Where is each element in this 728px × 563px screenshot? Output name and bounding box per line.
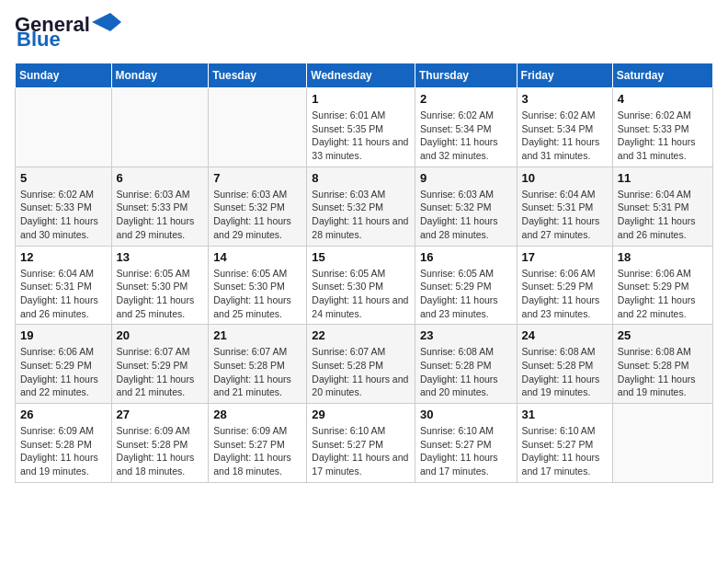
day-info: Sunrise: 6:04 AM <box>618 188 708 201</box>
day-number: 16 <box>420 250 512 264</box>
day-info: Daylight: 11 hours and 20 minutes. <box>420 373 512 399</box>
day-info: Daylight: 11 hours and 23 minutes. <box>522 293 608 320</box>
day-info: Daylight: 11 hours and 31 minutes. <box>522 135 608 162</box>
day-info: Sunrise: 6:07 AM <box>213 345 301 359</box>
day-info: Sunset: 5:29 PM <box>420 280 512 293</box>
day-number: 6 <box>117 171 204 185</box>
day-number: 15 <box>312 250 410 264</box>
day-info: Sunrise: 6:02 AM <box>20 188 107 201</box>
day-header-thursday: Thursday <box>415 63 517 88</box>
page-header: General Blue <box>15 15 713 52</box>
day-info: Sunset: 5:29 PM <box>618 280 708 293</box>
calendar-cell <box>612 404 712 483</box>
day-number: 1 <box>312 92 410 106</box>
day-info: Sunrise: 6:05 AM <box>117 267 204 281</box>
day-info: Daylight: 11 hours and 18 minutes. <box>213 451 301 477</box>
day-info: Sunrise: 6:10 AM <box>312 424 410 438</box>
day-info: Sunrise: 6:04 AM <box>20 267 107 281</box>
day-info: Sunset: 5:34 PM <box>522 122 608 136</box>
day-info: Sunrise: 6:08 AM <box>618 345 708 359</box>
calendar-cell: 21Sunrise: 6:07 AMSunset: 5:28 PMDayligh… <box>209 325 307 404</box>
day-info: Daylight: 11 hours and 32 minutes. <box>420 135 512 162</box>
day-number: 5 <box>20 171 107 185</box>
calendar-cell <box>16 88 112 167</box>
calendar-cell: 8Sunrise: 6:03 AMSunset: 5:32 PMDaylight… <box>307 167 415 246</box>
calendar-table: SundayMondayTuesdayWednesdayThursdayFrid… <box>15 63 713 483</box>
day-info: Daylight: 11 hours and 21 minutes. <box>213 373 301 399</box>
day-info: Daylight: 11 hours and 17 minutes. <box>522 451 608 477</box>
day-info: Daylight: 11 hours and 33 minutes. <box>312 135 410 162</box>
day-info: Sunrise: 6:09 AM <box>20 424 107 438</box>
day-number: 18 <box>618 250 708 264</box>
calendar-cell: 24Sunrise: 6:08 AMSunset: 5:28 PMDayligh… <box>517 325 612 404</box>
day-header-monday: Monday <box>111 63 209 88</box>
day-info: Sunrise: 6:03 AM <box>420 188 512 201</box>
day-info: Daylight: 11 hours and 18 minutes. <box>117 451 204 477</box>
day-info: Sunset: 5:28 PM <box>618 359 708 373</box>
calendar-cell: 9Sunrise: 6:03 AMSunset: 5:32 PMDaylight… <box>415 167 517 246</box>
day-info: Daylight: 11 hours and 29 minutes. <box>213 214 301 241</box>
day-number: 3 <box>522 92 608 106</box>
day-info: Sunset: 5:28 PM <box>522 359 608 373</box>
calendar-cell: 29Sunrise: 6:10 AMSunset: 5:27 PMDayligh… <box>307 404 415 483</box>
logo: General Blue <box>15 15 121 52</box>
day-header-saturday: Saturday <box>612 63 712 88</box>
day-info: Daylight: 11 hours and 26 minutes. <box>618 214 708 241</box>
calendar-cell: 4Sunrise: 6:02 AMSunset: 5:33 PMDaylight… <box>612 88 712 167</box>
day-info: Daylight: 11 hours and 22 minutes. <box>20 373 107 399</box>
day-number: 22 <box>312 328 410 342</box>
day-info: Sunset: 5:29 PM <box>522 280 608 293</box>
day-number: 20 <box>117 328 204 342</box>
calendar-week-row: 5Sunrise: 6:02 AMSunset: 5:33 PMDaylight… <box>16 167 713 246</box>
calendar-cell: 5Sunrise: 6:02 AMSunset: 5:33 PMDaylight… <box>16 167 112 246</box>
day-info: Daylight: 11 hours and 26 minutes. <box>20 293 107 320</box>
day-info: Sunset: 5:29 PM <box>20 359 107 373</box>
day-number: 10 <box>522 171 608 185</box>
day-info: Sunrise: 6:05 AM <box>312 267 410 281</box>
day-info: Sunset: 5:27 PM <box>420 438 512 452</box>
day-info: Daylight: 11 hours and 27 minutes. <box>522 214 608 241</box>
day-number: 7 <box>213 171 301 185</box>
day-info: Daylight: 11 hours and 28 minutes. <box>312 214 410 241</box>
day-info: Sunrise: 6:08 AM <box>420 345 512 359</box>
day-header-tuesday: Tuesday <box>209 63 307 88</box>
day-number: 27 <box>117 408 204 421</box>
calendar-cell: 27Sunrise: 6:09 AMSunset: 5:28 PMDayligh… <box>111 404 209 483</box>
day-info: Daylight: 11 hours and 23 minutes. <box>420 293 512 320</box>
calendar-cell <box>209 88 307 167</box>
calendar-week-row: 19Sunrise: 6:06 AMSunset: 5:29 PMDayligh… <box>16 325 713 404</box>
calendar-cell: 25Sunrise: 6:08 AMSunset: 5:28 PMDayligh… <box>612 325 712 404</box>
day-info: Sunset: 5:33 PM <box>618 122 708 136</box>
day-info: Sunrise: 6:10 AM <box>420 424 512 438</box>
calendar-cell: 2Sunrise: 6:02 AMSunset: 5:34 PMDaylight… <box>415 88 517 167</box>
day-info: Sunrise: 6:06 AM <box>20 345 107 359</box>
calendar-cell <box>111 88 209 167</box>
day-info: Daylight: 11 hours and 21 minutes. <box>117 373 204 399</box>
day-info: Sunset: 5:31 PM <box>618 201 708 214</box>
day-header-wednesday: Wednesday <box>307 63 415 88</box>
day-info: Sunrise: 6:07 AM <box>117 345 204 359</box>
day-info: Daylight: 11 hours and 22 minutes. <box>618 293 708 320</box>
day-info: Sunrise: 6:02 AM <box>522 109 608 122</box>
day-info: Daylight: 11 hours and 20 minutes. <box>312 373 410 399</box>
calendar-cell: 17Sunrise: 6:06 AMSunset: 5:29 PMDayligh… <box>517 246 612 325</box>
logo-arrow-icon <box>92 13 121 31</box>
day-info: Sunrise: 6:01 AM <box>312 109 410 122</box>
day-number: 23 <box>420 328 512 342</box>
day-number: 29 <box>312 408 410 421</box>
day-number: 21 <box>213 328 301 342</box>
day-info: Sunrise: 6:02 AM <box>618 109 708 122</box>
calendar-cell: 7Sunrise: 6:03 AMSunset: 5:32 PMDaylight… <box>209 167 307 246</box>
day-number: 2 <box>420 92 512 106</box>
day-number: 30 <box>420 408 512 421</box>
day-info: Daylight: 11 hours and 17 minutes. <box>420 451 512 477</box>
day-number: 31 <box>522 408 608 421</box>
day-info: Daylight: 11 hours and 30 minutes. <box>20 214 107 241</box>
day-info: Sunset: 5:35 PM <box>312 122 410 136</box>
day-number: 13 <box>117 250 204 264</box>
day-info: Sunset: 5:27 PM <box>213 438 301 452</box>
calendar-header-row: SundayMondayTuesdayWednesdayThursdayFrid… <box>16 63 713 88</box>
day-info: Sunrise: 6:09 AM <box>213 424 301 438</box>
day-info: Sunset: 5:28 PM <box>117 438 204 452</box>
calendar-cell: 18Sunrise: 6:06 AMSunset: 5:29 PMDayligh… <box>612 246 712 325</box>
